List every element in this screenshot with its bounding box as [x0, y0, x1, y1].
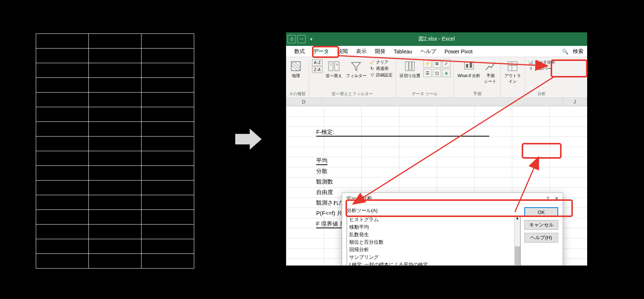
group-forecast: What-If 分析 予測 シート 予測	[454, 59, 501, 97]
data-analysis-dialog: データ分析 ? ✕ 分析ツール(A) ヒストグラム 移動平均 乱数発生	[342, 193, 563, 266]
tab-view[interactable]: 表示	[352, 47, 370, 56]
solver-button[interactable]: ？ソルバー	[528, 66, 551, 71]
svg-rect-5	[405, 62, 408, 71]
dialog-close-icon[interactable]: ✕	[554, 196, 559, 202]
title-file: 図2.xlsx	[419, 36, 437, 42]
relationships-icon[interactable]: ◫	[433, 69, 441, 77]
list-item[interactable]: 乱数発生	[347, 231, 514, 238]
row-obs: 観測数	[316, 178, 333, 185]
qat-icon-2[interactable]: ⋯	[297, 35, 306, 43]
list-item[interactable]: サンプリング	[347, 253, 514, 261]
svg-rect-10	[470, 62, 472, 68]
listbox-label: 分析ツール(A)	[347, 207, 521, 214]
titlebar: ⎙ ⋯ ▾ 図2.xlsx - Excel	[286, 32, 587, 46]
tab-power-pivot[interactable]: Power Pivot	[441, 47, 477, 56]
qat-icon-1[interactable]: ⎙	[288, 35, 296, 43]
search-label[interactable]: 検索	[569, 47, 587, 56]
consolidate-icon[interactable]: ☰	[423, 69, 432, 77]
group-datatype: 地理 タの種類	[286, 59, 309, 97]
scroll-up-icon[interactable]: ▲	[516, 216, 519, 220]
sort-button[interactable]: ZA 並べ替え	[325, 59, 343, 79]
geography-button[interactable]: 地理	[289, 59, 303, 79]
data-validation-icon[interactable]: ✓	[442, 59, 451, 68]
analysis-tools-listbox[interactable]: ヒストグラム 移動平均 乱数発生 順位と百分位数 回帰分析 サンプリング t 検…	[347, 216, 521, 266]
tab-data[interactable]: データ	[309, 47, 333, 56]
worksheet[interactable]: D J F-検定: 平均 分散 観測数 自由度 観測された分散比 0.84666…	[286, 98, 587, 266]
filter-button[interactable]: フィルター	[345, 59, 367, 79]
tab-tableau[interactable]: Tableau	[390, 47, 416, 56]
row-df: 自由度	[316, 189, 333, 196]
excel-window: ⎙ ⋯ ▾ 図2.xlsx - Excel 数式 データ 校閲 表示 開発 Ta…	[286, 32, 587, 266]
outline-button[interactable]: アウトラ イン	[504, 59, 522, 85]
col-header-d[interactable]: D	[286, 98, 322, 106]
left-empty-table	[36, 33, 194, 269]
qat-dropdown-icon[interactable]: ▾	[307, 35, 315, 43]
list-item[interactable]: 順位と百分位数	[347, 238, 514, 246]
list-item[interactable]: t 検定: 一対の標本による平均の検定	[347, 261, 514, 266]
search-icon: 🔍	[562, 49, 568, 55]
scroll-thumb[interactable]	[515, 246, 520, 265]
ribbon-tabs: 数式 データ 校閲 表示 開発 Tableau ヘルプ Power Pivot …	[286, 46, 587, 57]
svg-text:Z: Z	[330, 63, 332, 66]
tab-formulas[interactable]: 数式	[291, 47, 309, 56]
row-variance: 分散	[316, 168, 327, 175]
dialog-title-text: データ分析	[346, 195, 372, 202]
ribbon-body: 地理 タの種類 A↓Z Z↓A ZA 並べ替え フィルター	[286, 57, 587, 98]
solver-icon: ？	[528, 66, 533, 71]
flash-fill-icon[interactable]: ⚡	[423, 59, 432, 68]
group-sort-filter: A↓Z Z↓A ZA 並べ替え フィルター 🧹クリア ↻再適用 ▽詳細設定 並べ…	[309, 59, 396, 97]
data-analysis-button[interactable]: 📊データ分析	[528, 59, 555, 65]
list-item[interactable]: 移動平均	[347, 223, 514, 231]
whatif-button[interactable]: What-If 分析	[457, 59, 481, 79]
group-data-tools: 区切り位置 ⚡ ⧉ ✓ ☰ ◫ ◉ データ ツール	[396, 59, 454, 97]
cancel-button[interactable]: キャンセル	[524, 220, 558, 230]
row-mean: 平均	[316, 157, 327, 165]
svg-rect-7	[412, 62, 414, 71]
text-to-columns-button[interactable]: 区切り位置	[399, 59, 421, 79]
f-test-title: F-検定:	[316, 129, 489, 137]
help-button[interactable]: ヘルプ(H)	[524, 233, 558, 243]
dialog-titlebar[interactable]: データ分析 ? ✕	[342, 193, 563, 204]
svg-rect-6	[409, 62, 411, 71]
col-header-j[interactable]: J	[563, 98, 587, 106]
svg-rect-8	[464, 62, 473, 69]
dialog-help-icon[interactable]: ?	[546, 196, 549, 202]
group-outline: アウトラ イン	[501, 59, 525, 97]
forecast-sheet-button[interactable]: 予測 シート	[483, 59, 497, 85]
listbox-scrollbar[interactable]: ▲ ▼	[514, 216, 520, 266]
data-analysis-icon: 📊	[528, 60, 533, 65]
reapply-button[interactable]: ↻再適用	[370, 66, 388, 71]
group-analysis: 📊データ分析 ？ソルバー 分析	[525, 59, 558, 97]
sort-asc-icon[interactable]: A↓Z	[312, 59, 323, 66]
window-title: 図2.xlsx - Excel	[419, 36, 455, 42]
data-model-icon[interactable]: ◉	[442, 69, 451, 77]
svg-rect-11	[508, 62, 517, 71]
arrow-right-icon	[235, 126, 262, 152]
clear-button[interactable]: 🧹クリア	[370, 59, 388, 65]
svg-rect-9	[466, 64, 468, 68]
sort-desc-icon[interactable]: Z↓A	[312, 67, 323, 73]
tab-developer[interactable]: 開発	[371, 47, 389, 56]
advanced-button[interactable]: ▽詳細設定	[370, 72, 393, 78]
list-item[interactable]: 回帰分析	[347, 246, 514, 253]
tab-help[interactable]: ヘルプ	[417, 47, 440, 56]
tab-review[interactable]: 校閲	[333, 47, 352, 56]
svg-text:A: A	[336, 63, 338, 66]
ok-button[interactable]: OK	[524, 207, 558, 217]
title-app: Excel	[442, 36, 455, 42]
remove-duplicates-icon[interactable]: ⧉	[433, 59, 441, 68]
list-item[interactable]: ヒストグラム	[347, 216, 514, 223]
